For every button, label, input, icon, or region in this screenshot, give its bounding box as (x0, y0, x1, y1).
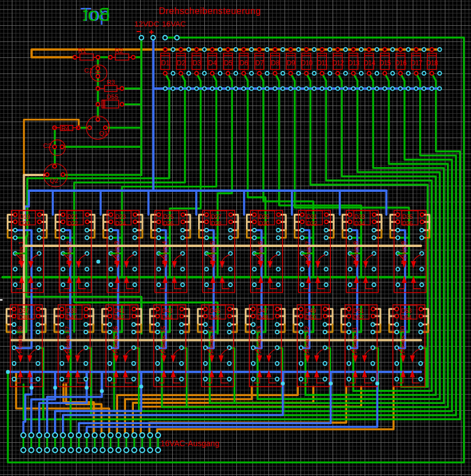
svg-text:Drehscheibensteuerung: Drehscheibensteuerung (159, 6, 261, 16)
svg-text:D26: D26 (163, 220, 173, 227)
svg-text:C1: C1 (84, 67, 93, 74)
svg-text:D9: D9 (286, 59, 295, 67)
svg-text:Relais 4: Relais 4 (161, 241, 168, 264)
svg-text:D5: D5 (223, 59, 232, 67)
svg-text:D10: D10 (300, 59, 312, 67)
svg-text:D17: D17 (410, 59, 422, 67)
svg-text:Relais 3: Relais 3 (113, 241, 120, 264)
svg-text:R1: R1 (78, 47, 87, 54)
svg-text:D19: D19 (19, 213, 30, 220)
svg-text:D55: D55 (106, 93, 118, 100)
svg-text:D27: D27 (210, 213, 221, 220)
svg-text:D34: D34 (354, 220, 365, 227)
svg-text:D43: D43 (162, 307, 172, 314)
svg-text:D29: D29 (258, 213, 269, 220)
svg-text:D2: D2 (177, 59, 186, 67)
svg-text:C2: C2 (43, 142, 52, 149)
svg-text:16VAC: 16VAC (162, 20, 186, 28)
svg-text:D3: D3 (192, 59, 201, 67)
svg-text:Relais 12: Relais 12 (303, 326, 310, 353)
svg-text:12VDC: 12VDC (134, 20, 160, 28)
svg-text:D37: D37 (18, 307, 29, 314)
svg-text:Relais 7: Relais 7 (304, 241, 311, 264)
svg-text:D36: D36 (402, 220, 412, 227)
svg-text:Relais 10: Relais 10 (399, 326, 406, 353)
svg-text:Relais 18: Relais 18 (16, 326, 23, 353)
svg-text:D50: D50 (305, 314, 316, 321)
svg-text:Relais 9: Relais 9 (400, 241, 407, 264)
svg-text:D53: D53 (401, 307, 411, 314)
svg-text:D20: D20 (19, 220, 30, 227)
svg-text:D25: D25 (163, 213, 173, 220)
svg-text:R3: R3 (107, 79, 115, 86)
svg-text:D4: D4 (208, 59, 217, 67)
svg-text:D24: D24 (115, 220, 125, 227)
svg-text:D35: D35 (402, 213, 412, 220)
svg-text:D45: D45 (209, 307, 220, 314)
svg-text:Relais 17: Relais 17 (64, 326, 71, 353)
svg-text:16VAC-Ausgang: 16VAC-Ausgang (160, 439, 219, 448)
svg-text:D54: D54 (401, 314, 411, 321)
svg-text:Relais 16: Relais 16 (112, 326, 119, 353)
svg-text:D1: D1 (161, 59, 170, 67)
svg-text:D30: D30 (258, 220, 269, 227)
svg-text:D21: D21 (67, 213, 78, 220)
svg-text:D49: D49 (305, 307, 316, 314)
svg-text:D14: D14 (364, 59, 375, 67)
svg-text:D32: D32 (306, 220, 317, 227)
svg-text:D51: D51 (353, 307, 364, 314)
svg-text:R4: R4 (61, 125, 70, 132)
svg-text:Bot: Bot (83, 5, 110, 25)
svg-text:D48: D48 (257, 314, 268, 321)
svg-text:R2: R2 (115, 47, 123, 54)
svg-text:D28: D28 (210, 220, 221, 227)
svg-text:D47: D47 (257, 307, 268, 314)
svg-text:D23: D23 (115, 213, 125, 220)
svg-text:D31: D31 (306, 213, 317, 220)
svg-text:Q1: Q1 (99, 130, 107, 137)
svg-text:D42: D42 (114, 314, 124, 321)
svg-text:Relais 6: Relais 6 (257, 241, 263, 264)
svg-text:Q2: Q2 (50, 177, 58, 184)
svg-text:D11: D11 (317, 59, 328, 67)
svg-text:D39: D39 (66, 307, 77, 314)
svg-text:D13: D13 (348, 59, 360, 67)
svg-text:Relais 15: Relais 15 (160, 326, 167, 353)
svg-text:D38: D38 (18, 314, 29, 321)
svg-text:Relais 13: Relais 13 (255, 326, 262, 353)
svg-text:D7: D7 (255, 59, 264, 67)
svg-text:D46: D46 (209, 314, 220, 321)
svg-text:Relais 2: Relais 2 (65, 241, 72, 264)
svg-text:D8: D8 (271, 59, 280, 67)
svg-text:D33: D33 (354, 213, 365, 220)
svg-text:D12: D12 (332, 59, 344, 67)
svg-text:Relais 11: Relais 11 (351, 327, 358, 353)
svg-text:D15: D15 (379, 59, 391, 67)
svg-text:D18: D18 (426, 59, 438, 67)
svg-text:Relais 14: Relais 14 (208, 326, 214, 353)
svg-text:Relais 8: Relais 8 (352, 241, 359, 264)
svg-text:D22: D22 (67, 220, 78, 227)
svg-text:D16: D16 (395, 59, 407, 67)
svg-text:D44: D44 (162, 314, 172, 321)
svg-text:D6: D6 (239, 59, 248, 67)
svg-text:D40: D40 (66, 314, 77, 321)
svg-text:D41: D41 (114, 307, 124, 314)
svg-text:Relais 1: Relais 1 (17, 241, 24, 264)
svg-text:Relais 5: Relais 5 (209, 241, 216, 264)
svg-text:D52: D52 (353, 314, 364, 321)
